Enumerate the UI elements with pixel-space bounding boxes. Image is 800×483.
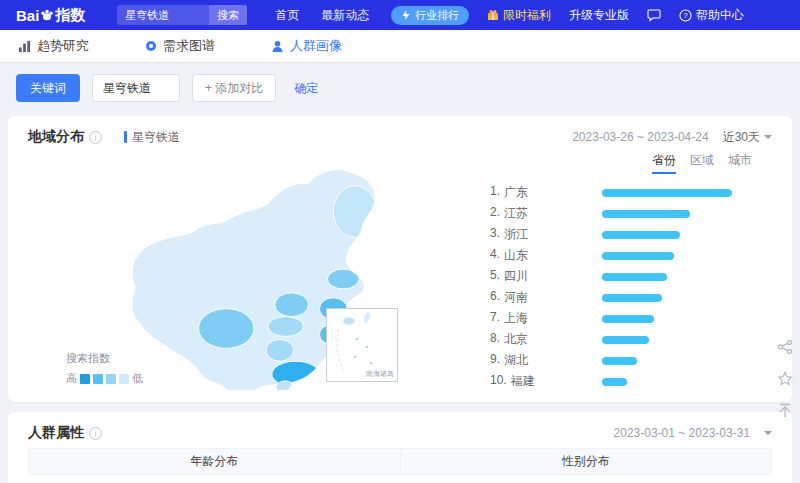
- tab-demand-graph-label: 需求图谱: [163, 37, 215, 55]
- legend-swatch-1: [80, 374, 90, 384]
- share-icon[interactable]: [774, 336, 796, 358]
- upgrade-pro-link[interactable]: 升级专业版: [569, 7, 629, 24]
- nav-link-news[interactable]: 最新动态: [321, 7, 369, 24]
- legend-swatch-2: [93, 374, 103, 384]
- rank-row: 6.河南: [490, 287, 752, 308]
- star-icon[interactable]: [774, 368, 796, 390]
- rank-bar: [602, 357, 637, 365]
- navbar-search-button[interactable]: 搜索: [209, 5, 247, 25]
- rank-row: 1.广东: [490, 182, 752, 203]
- keyword-type-button[interactable]: 关键词: [16, 74, 80, 102]
- navbar-right: 限时福利 升级专业版 ? 帮助中心: [487, 7, 744, 24]
- tab-trend-research-label: 趋势研究: [37, 37, 89, 55]
- rank-bar: [602, 315, 654, 323]
- info-icon[interactable]: i: [89, 131, 102, 144]
- age-distribution-header: 年龄分布: [29, 449, 400, 474]
- tab-demand-graph[interactable]: 需求图谱: [145, 37, 215, 55]
- info-icon[interactable]: i: [89, 427, 102, 440]
- region-keyword-legend-label: 星穹铁道: [132, 129, 180, 146]
- rank-number: 4.: [490, 247, 500, 264]
- chat-icon[interactable]: [647, 8, 661, 22]
- rank-number: 7.: [490, 310, 500, 327]
- rank-number: 1.: [490, 184, 500, 201]
- rank-name: 北京: [504, 331, 528, 348]
- region-keyword-legend: 星穹铁道: [124, 129, 180, 146]
- gift-icon: [487, 9, 499, 21]
- lightning-icon: [401, 10, 411, 20]
- gender-distribution-header: 性别分布: [400, 449, 772, 474]
- rank-name: 上海: [504, 310, 528, 327]
- legend-swatch-4: [119, 374, 129, 384]
- help-center-label: 帮助中心: [696, 7, 744, 24]
- rank-name: 四川: [504, 268, 528, 285]
- logo-latin: Bai: [16, 7, 39, 24]
- region-card-title: 地域分布: [28, 128, 84, 146]
- inset-caption: 南海诸岛: [366, 369, 394, 379]
- rank-bar: [602, 273, 667, 281]
- province-ranking: 省份 区域 城市 1.广东 2.江苏 3.浙江 4.山东 5.四川 6.河南: [490, 152, 752, 392]
- rank-bar: [602, 189, 732, 197]
- rank-name: 山东: [504, 247, 528, 264]
- legend-color-bar: [124, 131, 127, 143]
- rank-name: 河南: [504, 289, 528, 306]
- confirm-button[interactable]: 确定: [294, 80, 318, 97]
- ranking-tabs: 省份 区域 城市: [490, 152, 752, 174]
- navbar-links: 首页 最新动态 行业排行: [275, 6, 469, 25]
- navbar-search-input[interactable]: [117, 5, 209, 25]
- tab-crowd-portrait[interactable]: 人群画像: [271, 37, 342, 55]
- rank-row: 2.江苏: [490, 203, 752, 224]
- chevron-down-icon: [764, 135, 772, 139]
- logo-cn: 指数: [55, 6, 85, 25]
- tab-trend-research[interactable]: 趋势研究: [18, 37, 89, 55]
- rank-row: 4.山东: [490, 245, 752, 266]
- help-center-link[interactable]: ? 帮助中心: [679, 7, 744, 24]
- nav-industry-rank-pill[interactable]: 行业排行: [391, 6, 469, 25]
- rank-number: 10.: [490, 373, 507, 390]
- chevron-down-icon[interactable]: [764, 431, 772, 435]
- demographics-card-title: 人群属性: [28, 424, 84, 442]
- rank-name: 浙江: [504, 226, 528, 243]
- rank-number: 5.: [490, 268, 500, 285]
- region-range-select[interactable]: 近30天: [723, 129, 772, 146]
- trend-chart-icon: [18, 40, 31, 53]
- rank-row: 3.浙江: [490, 224, 752, 245]
- nav-industry-rank-label: 行业排行: [415, 8, 459, 23]
- top-navbar: Bai 指数 搜索 首页 最新动态 行业排行 限时福利 升级专业版: [0, 0, 800, 30]
- rank-number: 3.: [490, 226, 500, 243]
- add-compare-button[interactable]: + 添加对比: [192, 74, 276, 102]
- demographics-date-range: 2023-03-01 ~ 2023-03-31: [614, 426, 750, 440]
- region-date-range: 2023-03-26 ~ 2023-04-24: [572, 130, 708, 144]
- person-icon: [271, 40, 284, 53]
- tab-crowd-portrait-label: 人群画像: [290, 37, 342, 55]
- rank-row: 10.福建: [490, 371, 752, 392]
- nav-link-home[interactable]: 首页: [275, 7, 299, 24]
- rank-name: 广东: [504, 184, 528, 201]
- rank-row: 9.湖北: [490, 350, 752, 371]
- rank-bar: [602, 378, 627, 386]
- rank-tab-province[interactable]: 省份: [652, 152, 676, 174]
- keyword-query-bar: 关键词 + 添加对比 确定: [0, 63, 800, 113]
- rank-number: 9.: [490, 352, 500, 369]
- limited-promo-link[interactable]: 限时福利: [487, 7, 551, 24]
- rank-tab-area[interactable]: 区域: [690, 152, 714, 174]
- rank-number: 2.: [490, 205, 500, 222]
- map-legend-high-label: 高: [66, 371, 77, 386]
- rank-number: 8.: [490, 331, 500, 348]
- map-legend-title: 搜索指数: [66, 351, 143, 366]
- svg-text:?: ?: [683, 11, 687, 20]
- rank-number: 6.: [490, 289, 500, 306]
- radio-dot-icon: [145, 40, 157, 52]
- region-distribution-card: 地域分布 i 星穹铁道 2023-03-26 ~ 2023-04-24 近30天: [8, 116, 792, 402]
- back-to-top-icon[interactable]: [774, 400, 796, 422]
- baidu-index-logo[interactable]: Bai 指数: [16, 6, 85, 25]
- rank-tab-city[interactable]: 城市: [728, 152, 752, 174]
- rank-bar: [602, 294, 662, 302]
- rank-bar: [602, 210, 690, 218]
- south-china-sea-inset: 南海诸岛: [326, 308, 398, 382]
- keyword-input[interactable]: [92, 74, 180, 102]
- map-color-legend: 搜索指数 高 低: [66, 351, 143, 386]
- rank-bar: [602, 252, 674, 260]
- demographics-card-header: 人群属性 i 2023-03-01 ~ 2023-03-31: [8, 412, 792, 448]
- navbar-search: 搜索: [117, 5, 247, 25]
- region-range-select-label: 近30天: [723, 129, 760, 146]
